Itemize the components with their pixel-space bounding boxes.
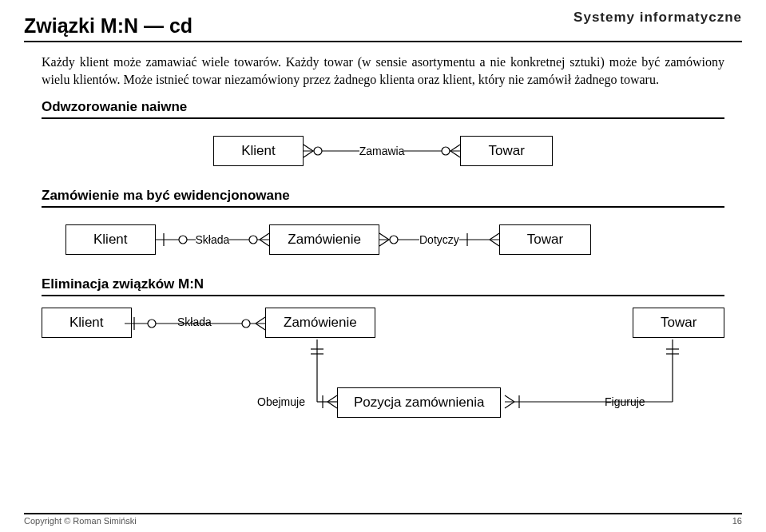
svg-line-17 [379,233,389,240]
diagram-elim: Klient Zamówienie Towar Pozycja zamównie… [42,308,724,435]
entity-klient-2: Klient [65,224,156,255]
header-label: Systemy informatyczne [574,10,742,26]
svg-line-41 [505,395,514,402]
svg-line-22 [490,240,499,246]
rel-obejmuje: Obejmuje [257,395,305,408]
section-naive-label: Odwzorowanie naiwne [42,99,724,119]
svg-line-3 [304,151,313,157]
conn-crow-circle-b [379,224,419,256]
svg-point-12 [249,236,257,244]
entity-pozycja: Pozycja zamównienia [337,387,501,418]
svg-line-2 [304,145,313,151]
footer-copyright: Copyright © Roman Simiński [24,516,137,526]
rel-figuruje: Figuruje [605,395,645,408]
svg-line-7 [450,151,460,157]
svg-line-42 [505,402,514,408]
svg-point-5 [442,147,450,155]
footer: Copyright © Roman Simiński 16 [24,513,742,526]
svg-line-34 [327,395,337,402]
conn-right-crow-circle [404,135,460,167]
entity-zamowienie-3: Zamówienie [265,308,375,338]
entity-towar-2: Towar [499,224,591,255]
rel-sklada-3: Składa [177,316,212,328]
conn-circle-crow [229,224,269,256]
entity-klient-3: Klient [42,308,132,338]
conn-left-crow-circle [304,135,359,167]
svg-line-33 [311,394,317,402]
svg-line-14 [260,240,269,246]
body-paragraph: Każdy klient może zamawiać wiele towarów… [42,54,724,88]
svg-line-27 [256,317,265,324]
svg-point-26 [242,320,250,328]
section-elim-label: Eliminacja związków M:N [42,276,724,296]
entity-towar: Towar [460,136,552,166]
svg-point-25 [148,320,156,328]
svg-line-21 [490,233,499,240]
diagram-naive: Klient Zamawia Towar [42,130,724,172]
svg-line-6 [450,145,460,151]
rel-zamawia: Zamawia [359,145,405,157]
svg-line-13 [260,233,269,240]
svg-point-16 [390,236,398,244]
conn-bar-circle [156,224,196,256]
section-recorded-label: Zamówienie ma być ewidencjonowane [42,188,724,208]
svg-line-28 [256,324,265,330]
rel-dotyczy: Dotyczy [419,233,459,246]
entity-towar-3: Towar [633,308,724,338]
entity-klient: Klient [213,136,304,166]
svg-point-10 [179,236,187,244]
entity-zamowienie-2: Zamówienie [269,224,379,255]
svg-line-18 [379,240,389,246]
svg-point-1 [314,147,322,155]
conn-bar-crow-b [459,224,499,256]
rel-sklada: Składa [196,233,230,246]
footer-page: 16 [732,516,742,526]
svg-line-35 [327,402,337,408]
diagram-recorded: Klient Składa Zamówienie Dotyczy Towar [42,219,724,260]
